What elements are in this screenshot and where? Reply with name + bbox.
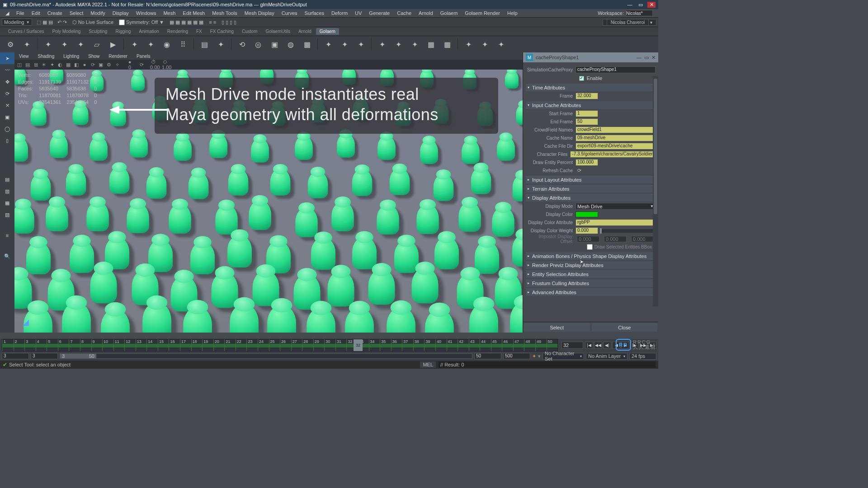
menu-golaem-render[interactable]: Golaem Render xyxy=(461,10,504,16)
sect-display[interactable]: ▾Display Attributes xyxy=(526,194,656,202)
particles-icon[interactable]: ⠿ xyxy=(177,38,189,50)
menu-create[interactable]: Create xyxy=(44,10,66,16)
layer-icon[interactable]: ▱ xyxy=(91,38,103,50)
node-icon[interactable]: ◉ xyxy=(161,38,173,50)
shelf-tab-arnold[interactable]: Arnold xyxy=(295,28,315,35)
sect-terrain[interactable]: ▸Terrain Attributes xyxy=(526,185,656,192)
shelf-tab-sculpt[interactable]: Sculpting xyxy=(85,28,111,35)
viewport[interactable]: View Shading Lighting Show Renderer Pane… xyxy=(14,52,523,333)
viewport-menu[interactable]: View Shading Lighting Show Renderer Pane… xyxy=(14,52,523,60)
current-frame-indicator[interactable]: 32 xyxy=(354,339,363,351)
viewport-area[interactable]: Verts:608908760890800Edges:1191713911917… xyxy=(14,70,523,333)
menu-modify[interactable]: Modify xyxy=(87,10,108,16)
mode-selector[interactable]: Modeling▼ xyxy=(2,19,32,26)
range-track[interactable]: 350 xyxy=(60,353,472,359)
grid2-icon[interactable]: ▦ xyxy=(301,38,313,50)
snap-icon[interactable]: ◯ xyxy=(0,123,14,135)
menu-cache[interactable]: Cache xyxy=(393,10,415,16)
shelf-tab-rigging[interactable]: Rigging xyxy=(112,28,134,35)
vp-menu-panels[interactable]: Panels xyxy=(132,54,155,59)
menu-generate[interactable]: Generate xyxy=(365,10,393,16)
range-end[interactable]: 500 xyxy=(503,353,530,359)
start-frame-field[interactable]: 1 xyxy=(576,110,598,117)
table-icon[interactable]: ▦ xyxy=(425,38,437,50)
frame-field[interactable]: 32.000 xyxy=(576,93,598,99)
menu-arnold[interactable]: Arnold xyxy=(415,10,437,16)
lock-icon[interactable]: ▯ xyxy=(0,135,14,146)
select-tool[interactable]: ➤ xyxy=(0,52,14,64)
menu-file[interactable]: File xyxy=(13,10,28,16)
vp-menu-shading[interactable]: Shading xyxy=(33,54,59,59)
anim2-icon[interactable]: ✦ xyxy=(392,38,404,50)
prev-key-icon[interactable]: ◀| xyxy=(603,342,611,349)
close-icon[interactable]: ✕ xyxy=(647,2,656,8)
shelf-tab-animation[interactable]: Animation xyxy=(135,28,162,35)
box-icon[interactable]: ▣ xyxy=(269,38,280,50)
layout1-icon[interactable]: ▤ xyxy=(0,174,14,185)
run2-icon[interactable]: ✦ xyxy=(339,38,350,50)
menu-edit-mesh[interactable]: Edit Mesh xyxy=(179,10,208,16)
shelf-tab-golaem[interactable]: Golaem xyxy=(316,28,339,35)
crowd-icon[interactable]: ✦ xyxy=(42,38,54,50)
step-back-icon[interactable]: ◀◀ xyxy=(594,342,602,349)
char-icon[interactable]: ✦ xyxy=(21,38,33,50)
ent2-icon[interactable]: ✦ xyxy=(145,38,156,50)
range-start[interactable]: 3 xyxy=(2,353,29,359)
search-icon[interactable]: 🔍 xyxy=(0,250,14,262)
menu-mesh[interactable]: Mesh xyxy=(160,10,179,16)
vp-menu-renderer[interactable]: Renderer xyxy=(104,54,132,59)
crowd2-icon[interactable]: ✦ xyxy=(58,38,70,50)
vp-menu-lighting[interactable]: Lighting xyxy=(59,54,84,59)
shelf-tab-curves[interactable]: Curves / Surfaces xyxy=(5,28,47,35)
outliner-icon[interactable]: ≡ xyxy=(0,230,14,241)
menu-help[interactable]: Help xyxy=(504,10,521,16)
display-color-attr-field[interactable]: rgbPP xyxy=(576,219,656,226)
sect-frustum[interactable]: ▸Frustum Culling Attributes xyxy=(526,279,656,287)
menu-display[interactable]: Display xyxy=(109,10,132,16)
menu-uv[interactable]: UV xyxy=(351,10,365,16)
dcw-slider-handle[interactable] xyxy=(600,228,602,234)
shelf-tab-fx[interactable]: FX xyxy=(193,28,206,35)
target-icon[interactable]: ◎ xyxy=(252,38,264,50)
vp-menu-view[interactable]: View xyxy=(14,54,33,59)
shelf-tab-fxcache[interactable]: FX Caching xyxy=(207,28,237,35)
range-end-in[interactable]: 50 xyxy=(474,353,501,359)
crowd3-icon[interactable]: ✦ xyxy=(75,38,86,50)
charset-dropdown[interactable]: No Character Set▾ xyxy=(542,353,584,360)
panel-min-icon[interactable]: — xyxy=(637,55,642,61)
main-menu-bar[interactable]: ◢ File Edit Create Select Modify Display… xyxy=(0,9,658,17)
anim-layer-dropdown[interactable]: No Anim Layer▾ xyxy=(586,353,627,360)
move-tool[interactable]: ✥ xyxy=(0,76,14,88)
select-button[interactable]: Select xyxy=(524,323,590,332)
panel-max-icon[interactable]: ▭ xyxy=(644,55,649,61)
grid-icon[interactable]: ▤ xyxy=(198,38,210,50)
time-ruler[interactable]: 1234567891011121314151617181920212223242… xyxy=(2,339,558,352)
sect-render-previz[interactable]: ▸Render Previz Display Attributes xyxy=(526,261,656,269)
mel-label[interactable]: MEL xyxy=(420,361,436,368)
cache-dir-field[interactable]: export\09-meshDrive\cache xyxy=(576,143,656,150)
sect-advanced[interactable]: ▸Advanced Attributes xyxy=(526,288,656,296)
menu-golaem[interactable]: Golaem xyxy=(437,10,462,16)
anim3-icon[interactable]: ✦ xyxy=(409,38,420,50)
sect-anim-bones[interactable]: ▸Animation Bones / Physics Shape Display… xyxy=(526,252,656,260)
close-button[interactable]: Close xyxy=(592,323,658,332)
maximize-icon[interactable]: ▭ xyxy=(637,2,645,8)
menu-mesh-tools[interactable]: Mesh Tools xyxy=(208,10,241,16)
menu-select[interactable]: Select xyxy=(66,10,87,16)
render-icon[interactable]: ✦ xyxy=(462,38,474,50)
ent-icon[interactable]: ✦ xyxy=(128,38,140,50)
last-tool[interactable]: ▣ xyxy=(0,111,14,123)
shelf-gear-icon[interactable]: ⚙ xyxy=(5,38,16,50)
minimize-icon[interactable]: — xyxy=(626,2,634,7)
shelf-tabs[interactable]: Curves / Surfaces Poly Modeling Sculptin… xyxy=(0,27,658,36)
account-dropdown[interactable]: Nicolas Chaveroi ▾ xyxy=(603,19,656,26)
viewcube-icon[interactable]: ◢ xyxy=(19,315,33,329)
menu-surfaces[interactable]: Surfaces xyxy=(301,10,328,16)
display-mode-dropdown[interactable]: Mesh Drive▼ xyxy=(576,203,656,210)
time-slider[interactable]: 1234567891011121314151617181920212223242… xyxy=(0,339,658,352)
key-icon[interactable]: ✦ xyxy=(532,353,536,359)
walk-icon[interactable]: ✦ xyxy=(215,38,226,50)
symmetry-check[interactable] xyxy=(119,19,125,25)
render2-icon[interactable]: ✦ xyxy=(479,38,491,50)
scale-tool[interactable]: ⤧ xyxy=(0,99,14,111)
